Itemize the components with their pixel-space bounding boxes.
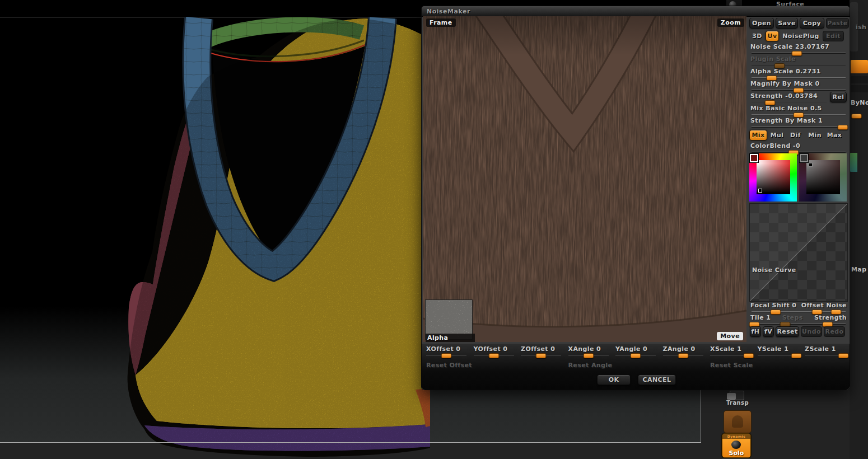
- blend-max-button[interactable]: Max: [825, 130, 843, 140]
- focal-shift-slider[interactable]: Focal Shift 0 Offset Noise: [750, 302, 847, 314]
- xscale-slider[interactable]: XScale 1: [710, 345, 750, 358]
- curve-reset-button[interactable]: Reset: [776, 326, 799, 337]
- blend-mix-button[interactable]: Mix: [749, 130, 767, 140]
- transp-button[interactable]: Transp: [725, 400, 750, 406]
- map-label: Map: [851, 266, 866, 273]
- tray-green-swatch-fragment: [850, 153, 857, 172]
- color-swatch-secondary[interactable]: [800, 154, 808, 162]
- noiseplug-button[interactable]: NoisePlug: [781, 31, 821, 41]
- color-swatch-primary[interactable]: [750, 154, 758, 162]
- yscale-slider[interactable]: YScale 1: [758, 345, 798, 358]
- ok-button[interactable]: OK: [597, 374, 631, 385]
- file-button-row: Open Save Copy Paste: [749, 18, 849, 29]
- zangle-slider[interactable]: ZAngle 0: [663, 345, 703, 358]
- color-picker-row: [749, 153, 847, 202]
- solo-button[interactable]: Dynamic Solo: [722, 433, 751, 458]
- yoffset-slider[interactable]: YOffset 0: [474, 345, 514, 358]
- mode-button-row: 3D Uv NoisePlug Edit: [750, 31, 844, 41]
- colorblend-slider[interactable]: ColorBlend -0: [750, 142, 847, 154]
- reset-offset-button[interactable]: Reset Offset: [426, 362, 472, 369]
- noise-preview[interactable]: Frame Zoom Alpha On/Off Move: [423, 16, 746, 342]
- tray-slider-handle[interactable]: [851, 114, 862, 119]
- blend-mode-row: Mix Mul Dif Min Max: [749, 130, 843, 140]
- paste-button[interactable]: Paste: [826, 18, 849, 29]
- by-noise-label[interactable]: ByNoise: [851, 99, 868, 106]
- yangle-slider[interactable]: YAngle 0: [615, 345, 656, 358]
- zoffset-slider[interactable]: ZOffset 0: [521, 345, 561, 358]
- open-button[interactable]: Open: [749, 18, 774, 29]
- ghost-icon: [732, 415, 743, 428]
- zscale-slider[interactable]: ZScale 1: [805, 345, 845, 358]
- strength-slider[interactable]: Strength -0.03784: [750, 92, 828, 105]
- magnify-by-mask-slider[interactable]: Magnify By Mask 0: [750, 80, 847, 92]
- noise-curve-editor[interactable]: Noise Curve: [749, 203, 848, 302]
- xoffset-slider[interactable]: XOffset 0: [426, 345, 466, 358]
- reset-angle-button[interactable]: Reset Angle: [568, 362, 613, 369]
- undo-button[interactable]: Undo: [801, 326, 822, 337]
- noisemaker-dialog: NoiseMaker: [421, 6, 850, 390]
- mode-3d-button[interactable]: 3D: [750, 31, 764, 41]
- preview-render: [423, 16, 746, 342]
- noise-curve-label: Noise Curve: [752, 266, 796, 274]
- blend-min-button[interactable]: Min: [806, 130, 824, 140]
- blend-mul-button[interactable]: Mul: [769, 130, 785, 140]
- blend-dif-button[interactable]: Dif: [787, 130, 804, 140]
- flip-h-button[interactable]: fH: [750, 326, 761, 337]
- frame-button[interactable]: Frame: [426, 18, 456, 27]
- canvas-border-bottom: [0, 442, 701, 443]
- dialog-title: NoiseMaker: [427, 8, 470, 15]
- solo-dynamic-mode-label[interactable]: Dynamic: [722, 434, 750, 439]
- cancel-button[interactable]: CANCEL: [638, 374, 676, 385]
- dialog-titlebar[interactable]: NoiseMaker: [422, 6, 850, 17]
- tray-row-fragment: [851, 76, 868, 83]
- flip-v-button[interactable]: fV: [763, 326, 774, 337]
- tray-orange-button-fragment[interactable]: [851, 60, 868, 73]
- sweater-vest-model[interactable]: [73, 17, 442, 459]
- curve-edit-buttons: fH fV Reset Undo Redo: [750, 326, 845, 337]
- color-picker-secondary[interactable]: [799, 153, 847, 202]
- plugin-scale-slider[interactable]: Plugin Scale: [750, 55, 847, 68]
- transp-icon[interactable]: [730, 391, 744, 400]
- color-marker: [809, 163, 813, 167]
- alpha-scale-slider[interactable]: Alpha Scale 0.2731: [750, 68, 847, 80]
- noise-scale-slider[interactable]: Noise Scale 23.07167: [750, 43, 847, 55]
- mix-basic-noise-slider[interactable]: Mix Basic Noise 0.5: [750, 105, 847, 117]
- edit-button[interactable]: Edit: [823, 31, 844, 41]
- alpha-on-off-button[interactable]: Alpha On/Off: [426, 334, 475, 342]
- xangle-slider[interactable]: XAngle 0: [568, 345, 609, 358]
- redo-button[interactable]: Redo: [824, 326, 845, 337]
- copy-button[interactable]: Copy: [800, 18, 824, 29]
- tray-partial-label: ish: [856, 24, 866, 31]
- tile-steps-strength-slider[interactable]: Tile 1 Steps Strength: [750, 314, 847, 326]
- strength-by-mask-slider[interactable]: Strength By Mask 1: [750, 117, 847, 129]
- zoom-button[interactable]: Zoom: [717, 18, 744, 27]
- ghost-transparency-button[interactable]: [724, 410, 752, 433]
- tray-row-fragment: [851, 85, 868, 92]
- save-button[interactable]: Save: [776, 18, 798, 29]
- transform-section: XOffset 0 YOffset 0 ZOffset 0 XAngle 0 Y…: [422, 344, 850, 390]
- right-tray: ish ByNoise Map: [850, 0, 868, 459]
- color-marker: [758, 189, 762, 193]
- zbrush-app: Surface ish ByNoise Map Transp Dynamic S…: [0, 0, 868, 459]
- move-button[interactable]: Move: [717, 332, 743, 340]
- rel-button[interactable]: Rel: [830, 92, 847, 102]
- mode-uv-button[interactable]: Uv: [766, 31, 779, 41]
- solo-sphere-icon: [731, 441, 741, 449]
- reset-scale-button[interactable]: Reset Scale: [710, 362, 753, 369]
- color-picker-primary[interactable]: [749, 153, 797, 202]
